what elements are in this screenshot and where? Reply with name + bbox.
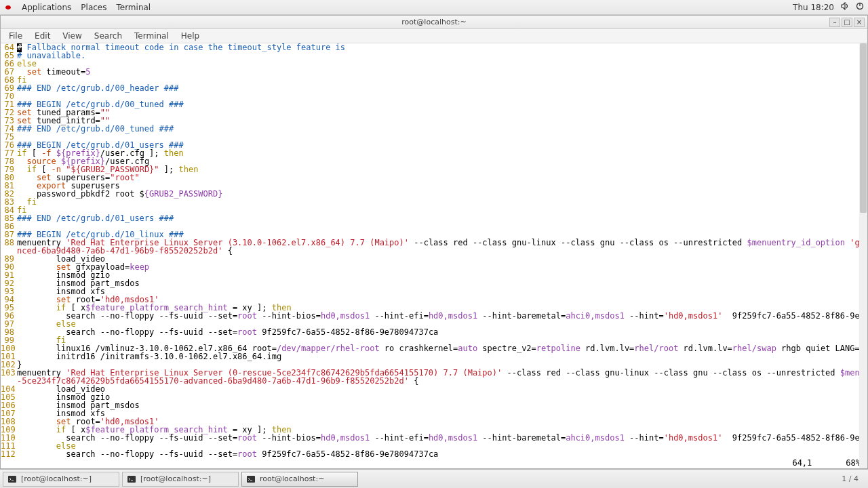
menu-help[interactable]: Help xyxy=(176,30,205,42)
scroll-thumb[interactable] xyxy=(860,43,867,213)
minimize-button[interactable]: – xyxy=(829,18,840,27)
code-line: 80 set superusers="root" xyxy=(1,174,867,182)
code-line: -5ce234f7c86742629b5fda6654155170-advanc… xyxy=(1,377,867,385)
code-line: 85### END /etc/grub.d/01_users ### xyxy=(1,214,867,222)
code-content: ### END /etc/grub.d/00_header ### xyxy=(16,84,178,92)
taskbar-item[interactable]: [root@localhost:~] xyxy=(3,472,119,487)
taskbar-item[interactable]: root@localhost:~ xyxy=(241,472,358,487)
svg-rect-2 xyxy=(8,476,16,483)
code-line: 65# unavailable. xyxy=(1,52,867,60)
code-content: search --no-floppy --fs-uuid --set=root … xyxy=(16,328,438,336)
code-content: search --no-floppy --fs-uuid --set=root … xyxy=(16,312,867,320)
code-line: 96 search --no-floppy --fs-uuid --set=ro… xyxy=(1,312,867,320)
code-line: 106 insmod part_msdos xyxy=(1,401,867,409)
code-content: password_pbkdf2 root ${GRUB2_PASSWORD} xyxy=(16,190,222,198)
vim-status: 64,1 68% xyxy=(792,459,861,467)
line-number: 103 xyxy=(1,369,16,377)
code-line: 82 password_pbkdf2 root ${GRUB2_PASSWORD… xyxy=(1,190,867,198)
line-number: 88 xyxy=(1,239,16,247)
taskbar-item[interactable]: [root@localhost:~] xyxy=(122,472,239,487)
code-line: 67 set timeout=5 xyxy=(1,68,867,76)
line-number: 112 xyxy=(1,450,16,458)
top-panel: Applications Places Terminal Thu 18:20 xyxy=(0,0,868,15)
code-content: ### END /etc/grub.d/00_tuned ### xyxy=(16,125,174,133)
taskbar-label: [root@localhost:~] xyxy=(140,474,211,483)
menu-edit[interactable]: Edit xyxy=(29,30,56,42)
power-icon[interactable] xyxy=(856,2,864,12)
code-content: ### END /etc/grub.d/01_users ### xyxy=(16,214,174,222)
code-line: 72set tuned_params="" xyxy=(1,108,867,117)
volume-icon[interactable] xyxy=(841,2,849,12)
code-content: set timeout=5 xyxy=(16,68,90,76)
window-title: root@localhost:~ xyxy=(401,18,466,26)
code-line: 66else xyxy=(1,60,867,68)
code-content: initrd16 /initramfs-3.10.0-1062.el7.x86_… xyxy=(16,352,281,361)
editor-viewport[interactable]: 64# Fallback normal timeout code in case… xyxy=(1,43,867,468)
close-button[interactable]: × xyxy=(854,18,865,27)
menu-search[interactable]: Search xyxy=(89,30,127,42)
cursor-position: 64,1 xyxy=(792,459,812,467)
terminal-icon xyxy=(246,474,256,484)
code-line: 74### END /etc/grub.d/00_tuned ### xyxy=(1,125,867,133)
menu-terminal[interactable]: Terminal xyxy=(116,3,151,12)
scroll-percent: 68% xyxy=(846,459,861,467)
code-line: 112 search --no-floppy --fs-uuid --set=r… xyxy=(1,450,867,458)
menu-file[interactable]: File xyxy=(3,30,28,42)
code-line: 64# Fallback normal timeout code in case… xyxy=(1,43,867,52)
svg-rect-4 xyxy=(247,476,255,483)
taskbar-label: [root@localhost:~] xyxy=(21,474,92,483)
terminal-window: root@localhost:~ – □ × File Edit View Se… xyxy=(0,15,868,469)
svg-rect-3 xyxy=(127,476,136,483)
scrollbar[interactable] xyxy=(859,43,867,468)
code-line: 69### END /etc/grub.d/00_header ### xyxy=(1,84,867,92)
clock[interactable]: Thu 18:20 xyxy=(793,3,834,12)
code-content: search --no-floppy --fs-uuid --set=root … xyxy=(16,450,438,458)
code-line: 98 search --no-floppy --fs-uuid --set=ro… xyxy=(1,328,867,336)
terminal-icon xyxy=(7,474,17,484)
code-line: 83 fi xyxy=(1,198,867,206)
titlebar[interactable]: root@localhost:~ – □ × xyxy=(1,16,867,29)
workspace-indicator[interactable]: 1 / 4 xyxy=(842,474,859,483)
code-line: 104 load_video xyxy=(1,385,867,393)
code-line: 71### BEGIN /etc/grub.d/00_tuned ### xyxy=(1,100,867,108)
menu-places[interactable]: Places xyxy=(81,3,106,12)
maximize-button[interactable]: □ xyxy=(842,18,852,27)
code-line: 92 insmod part_msdos xyxy=(1,279,867,287)
terminal-icon xyxy=(127,474,136,484)
menu-terminal-win[interactable]: Terminal xyxy=(129,30,174,42)
menu-view[interactable]: View xyxy=(57,30,87,42)
menubar: File Edit View Search Terminal Help xyxy=(1,29,867,43)
code-line: 101 initrd16 /initramfs-3.10.0-1062.el7.… xyxy=(1,352,867,361)
menu-applications[interactable]: Applications xyxy=(22,3,71,12)
taskbar-label: root@localhost:~ xyxy=(260,474,324,483)
code-content: search --no-floppy --fs-uuid --set=root … xyxy=(16,434,867,442)
code-line: 90 set gfxpayload=keep xyxy=(1,263,867,271)
distro-icon xyxy=(4,3,12,12)
code-line: nced-6ba9d480-7a6b-47d1-96b9-f85520252b2… xyxy=(1,247,867,255)
code-line: 110 search --no-floppy --fs-uuid --set=r… xyxy=(1,434,867,442)
taskbar: [root@localhost:~][root@localhost:~]root… xyxy=(0,469,868,488)
